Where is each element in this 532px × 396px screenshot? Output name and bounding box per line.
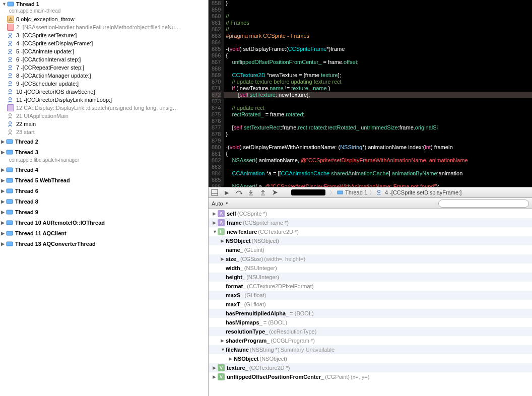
debug-navigator[interactable]: ▼ Thread 1 com.apple.main-thread ⚠0 objc… <box>0 0 209 396</box>
svg-point-10 <box>9 114 12 116</box>
svg-rect-17 <box>7 189 13 193</box>
editor-area: 8588598608618628638648658668678688698708… <box>209 0 532 396</box>
variable-row[interactable]: ▶Vtexture_ (CCTexture2D *) <box>209 363 532 372</box>
variable-row[interactable]: width_ (NSUInteger) <box>209 263 532 273</box>
thread-1-queue: com.apple.main-thread <box>0 8 208 15</box>
svg-rect-16 <box>7 178 13 182</box>
stack-frame[interactable]: 10 -[CCDirectorIOS drawScene] <box>0 88 208 96</box>
variable-row[interactable]: maxT_ (GLfloat) <box>209 300 532 309</box>
variable-row[interactable]: hasPremultipliedAlpha_ = (BOOL) <box>209 309 532 318</box>
stack-frame[interactable]: ⚠0 objc_exception_throw <box>0 15 208 23</box>
svg-rect-31 <box>338 191 343 194</box>
svg-rect-15 <box>7 168 13 172</box>
stack-frame[interactable]: 9 -[CCScheduler update:] <box>0 80 208 88</box>
stack-frame[interactable]: 4 -[CCSprite setDisplayFrame:] <box>0 39 208 47</box>
variable-row[interactable]: ▶NSObject (NSObject) <box>209 354 532 363</box>
scope-selector[interactable]: Auto ▼ <box>212 201 229 207</box>
svg-point-8 <box>9 90 12 92</box>
variables-search-input[interactable] <box>438 200 529 208</box>
svg-rect-20 <box>7 221 13 225</box>
thread-item[interactable]: ▶Thread 9 <box>0 207 208 217</box>
chevron-down-icon: ▼ <box>225 202 229 205</box>
svg-point-12 <box>9 130 12 133</box>
svg-point-6 <box>9 74 12 76</box>
debug-bar: ▶ 〉 Thread 1 〉 4 -[CCSprite setDisplayFr… <box>209 187 532 198</box>
svg-point-5 <box>9 65 12 68</box>
thread-item[interactable]: ▶Thread 11 AQClient <box>0 228 208 238</box>
location-icon[interactable] <box>271 188 279 196</box>
continue-icon[interactable]: ▶ <box>223 188 231 196</box>
variable-row[interactable]: maxS_ (GLfloat) <box>209 291 532 300</box>
svg-marker-30 <box>273 190 278 195</box>
variable-row[interactable]: ▶VunflippedOffsetPositionFromCenter_ (CG… <box>209 372 532 381</box>
variable-row[interactable]: format_ (CCTexture2DPixelFormat) <box>209 282 532 291</box>
variable-row[interactable]: ▶Aframe (CCSpriteFrame *) <box>209 218 532 227</box>
debug-breadcrumb[interactable]: 〉 Thread 1 〉 4 -[CCSprite setDisplayFram… <box>329 189 461 196</box>
variable-row[interactable]: ▼LnewTexture (CCTexture2D *) <box>209 227 532 236</box>
svg-point-9 <box>9 98 12 100</box>
stack-frame[interactable]: 12 CA::Display::DisplayLink::dispatch(un… <box>0 104 208 112</box>
variable-row[interactable]: ▶size_ (CGSize) (width=, height=) <box>209 254 532 263</box>
stack-frame[interactable]: 6 -[CCActionInterval step:] <box>0 55 208 63</box>
svg-point-4 <box>9 57 12 60</box>
variable-row[interactable]: name_ (GLuint) <box>209 245 532 254</box>
stack-frame[interactable]: 23 start <box>0 128 208 136</box>
svg-rect-21 <box>7 231 13 235</box>
svg-point-25 <box>241 193 242 194</box>
thread-item[interactable]: ▶Thread 3 <box>0 147 208 157</box>
user-frame-icon <box>377 189 383 195</box>
variable-row[interactable]: ▶Aself (CCSprite *) <box>209 209 532 218</box>
variable-row[interactable]: ▼fileName (NSString *) Summary Unavailab… <box>209 345 532 354</box>
svg-rect-23 <box>212 189 218 195</box>
thread-item[interactable]: ▶Thread 4 <box>0 164 208 175</box>
stack-frame[interactable]: 21 UIApplicationMain <box>0 112 208 120</box>
variable-row[interactable]: ▶shaderProgram_ (CCGLProgram *) <box>209 336 532 345</box>
thread-item[interactable]: ▶Thread 6 <box>0 185 208 196</box>
chevron-icon: 〉 <box>329 189 335 196</box>
stack-frame[interactable]: 7 -[CCRepeatForever step:] <box>0 63 208 72</box>
line-gutter: 8588598608618628638648658668678688698708… <box>209 0 224 187</box>
stack-frame[interactable]: 8 -[CCActionManager update:] <box>0 72 208 80</box>
disclosure-icon[interactable]: ▼ <box>2 2 7 7</box>
stack-frame[interactable]: 3 -[CCSprite setTexture:] <box>0 31 208 39</box>
thread-item[interactable]: ▶Thread 10 AURemoteIO::IOThread <box>0 217 208 228</box>
thread-item[interactable]: ▶Thread 2 <box>0 136 208 147</box>
svg-rect-22 <box>7 242 13 246</box>
variable-row[interactable]: hasMipmaps_ = (BOOL) <box>209 318 532 327</box>
svg-rect-18 <box>7 200 13 204</box>
svg-rect-0 <box>8 2 14 6</box>
variable-row[interactable]: ▶NSObject (NSObject) <box>209 236 532 245</box>
svg-point-32 <box>378 190 380 193</box>
stack-frame[interactable]: 22 main <box>0 120 208 128</box>
variables-toolbar: Auto ▼ <box>209 198 532 209</box>
variable-row[interactable]: resolutionType_ (ccResolutionType) <box>209 327 532 336</box>
chevron-icon: 〉 <box>369 189 375 196</box>
process-name-redacted <box>291 189 325 195</box>
toggle-debug-area-icon[interactable] <box>211 188 219 196</box>
svg-point-1 <box>9 33 12 36</box>
svg-point-2 <box>9 41 12 44</box>
step-out-icon[interactable] <box>259 188 267 196</box>
svg-point-3 <box>9 49 12 52</box>
thread-1-group[interactable]: ▼ Thread 1 com.apple.main-thread ⚠0 objc… <box>0 0 208 136</box>
stack-frame[interactable]: 11 -[CCDirectorDisplayLink mainLoop:] <box>0 96 208 104</box>
svg-point-7 <box>9 82 12 84</box>
thread-item[interactable]: ▶Thread 8 <box>0 196 208 207</box>
source-editor[interactable]: 8588598608618628638648658668678688698708… <box>209 0 532 187</box>
variable-row[interactable]: height_ (NSUInteger) <box>209 273 532 282</box>
svg-rect-13 <box>7 140 13 144</box>
stack-frame[interactable]: 2 -[NSAssertionHandler handleFailureInMe… <box>0 23 208 31</box>
stack-frame[interactable]: 5 -[CCAnimate update:] <box>0 47 208 55</box>
thread-icon <box>7 1 14 8</box>
breadcrumb-thread: Thread 1 <box>345 189 367 195</box>
step-into-icon[interactable] <box>247 188 255 196</box>
code-content[interactable]: }//// Frames//#pragma mark CCSprite - Fr… <box>224 0 532 187</box>
svg-point-11 <box>9 122 12 124</box>
thread-1-label: Thread 1 <box>16 1 39 7</box>
thread-item[interactable]: ▶Thread 5 WebThread <box>0 175 208 185</box>
thread-item[interactable]: ▶Thread 13 AQConverterThread <box>0 238 208 249</box>
thread-icon <box>337 189 343 195</box>
step-over-icon[interactable] <box>235 188 243 196</box>
svg-rect-14 <box>7 150 13 154</box>
variables-view[interactable]: ▶Aself (CCSprite *)▶Aframe (CCSpriteFram… <box>209 209 532 396</box>
